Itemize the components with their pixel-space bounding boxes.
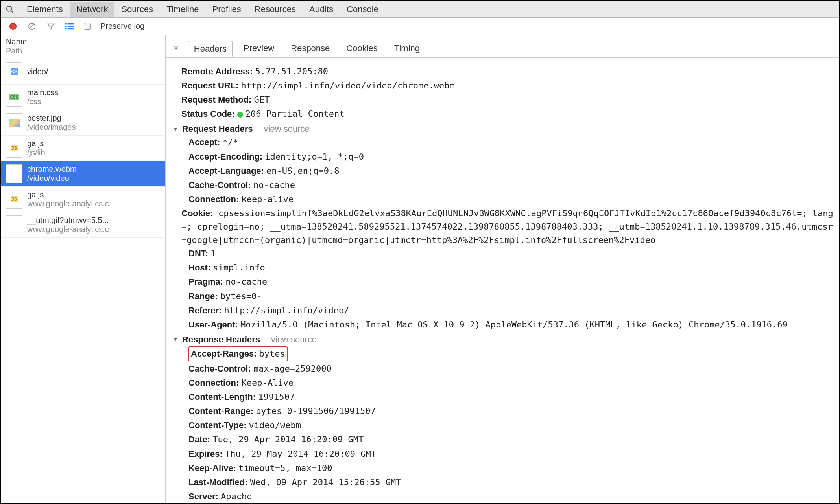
req-connection: Connection: keep-alive	[188, 193, 835, 206]
request-path: /js/lib	[27, 148, 45, 157]
tab-network[interactable]: Network	[70, 2, 115, 17]
req-host: Host: simpl.info	[188, 261, 835, 274]
req-accept: Accept: */*	[188, 136, 835, 149]
tab-resources[interactable]: Resources	[248, 2, 303, 17]
svg-point-0	[7, 6, 12, 11]
req-user-agent: User-Agent: Mozilla/5.0 (Macintosh; Inte…	[188, 318, 835, 331]
tab-timeline[interactable]: Timeline	[160, 2, 205, 17]
request-row[interactable]: CSSmain.css/css	[1, 85, 165, 110]
detail-tab-headers[interactable]: Headers	[188, 41, 233, 57]
file-type-icon: <>	[6, 62, 22, 81]
request-name: main.css	[27, 88, 58, 97]
request-row[interactable]: <>video/	[1, 59, 165, 85]
general-request-url: Request URL: http://simpl.info/video/vid…	[181, 79, 835, 92]
resp-content-range: Content-Range: bytes 0-1991506/1991507	[188, 405, 835, 418]
detail-tab-cookies[interactable]: Cookies	[341, 41, 383, 56]
svg-rect-8	[65, 28, 67, 29]
resp-accept-ranges: Accept-Ranges: bytes	[188, 346, 835, 361]
tab-sources[interactable]: Sources	[114, 2, 160, 17]
clear-button[interactable]	[27, 22, 37, 31]
tab-audits[interactable]: Audits	[303, 2, 340, 17]
svg-rect-4	[65, 23, 67, 24]
disclosure-triangle-icon: ▼	[173, 335, 178, 344]
tab-profiles[interactable]: Profiles	[205, 2, 247, 17]
file-type-icon	[6, 113, 22, 132]
detail-tab-preview[interactable]: Preview	[238, 41, 280, 56]
view-source-link[interactable]: view source	[271, 333, 317, 346]
request-name: __utm.gif?utmwv=5.5...	[27, 216, 109, 225]
disclosure-triangle-icon: ▼	[173, 125, 178, 134]
resp-keep-alive: Keep-Alive: timeout=5, max=100	[188, 462, 835, 475]
resp-expires: Expires: Thu, 29 May 2014 16:20:09 GMT	[188, 447, 835, 461]
req-referer: Referer: http://simpl.info/video/	[188, 304, 835, 317]
request-name: ga.js	[27, 190, 109, 199]
detail-tab-timing[interactable]: Timing	[389, 41, 425, 56]
detail-tab-response[interactable]: Response	[285, 41, 335, 56]
view-toggle-button[interactable]	[65, 22, 74, 31]
main-split: Name Path <>video/CSSmain.css/cssposter.…	[1, 35, 839, 503]
resp-content-type: Content-Type: video/webm	[188, 419, 835, 432]
network-toolbar: Preserve log	[1, 18, 839, 35]
req-cookie: Cookie: cpsession=simplinf%3aeDkLdG2elvx…	[181, 207, 835, 247]
request-row[interactable]: __utm.gif?utmwv=5.5...www.google-analyti…	[1, 212, 165, 238]
file-type-icon	[6, 164, 22, 183]
file-type-icon: CSS	[6, 88, 22, 107]
status-dot-icon	[237, 112, 243, 118]
request-row[interactable]: JSga.jswww.google-analytics.c	[1, 187, 165, 212]
request-path: www.google-analytics.c	[27, 199, 109, 208]
preserve-log-label: Preserve log	[100, 22, 144, 31]
response-headers-section[interactable]: ▼ Response Headers view source	[173, 333, 835, 346]
preserve-log-checkbox[interactable]	[84, 23, 91, 30]
request-path: /video/images	[27, 123, 76, 132]
request-name: poster.jpg	[27, 114, 76, 123]
request-name: ga.js	[27, 139, 45, 148]
close-details-button[interactable]: ×	[170, 43, 183, 53]
request-name: video/	[27, 67, 48, 76]
file-type-icon	[6, 215, 22, 234]
request-row[interactable]: JSga.js/js/lib	[1, 136, 165, 161]
request-headers-section[interactable]: ▼ Request Headers view source	[173, 122, 835, 136]
svg-rect-9	[68, 28, 74, 29]
request-path: www.google-analytics.c	[27, 225, 109, 234]
file-type-icon: JS	[6, 190, 22, 209]
requests-list[interactable]: <>video/CSSmain.css/cssposter.jpg/video/…	[1, 59, 165, 503]
general-request-method: Request Method: GET	[181, 93, 835, 107]
request-row[interactable]: poster.jpg/video/images	[1, 110, 165, 136]
resp-last-modified: Last-Modified: Wed, 09 Apr 2014 15:26:55…	[188, 476, 835, 489]
req-dnt: DNT: 1	[188, 247, 835, 260]
svg-line-3	[30, 24, 34, 28]
general-remote-address: Remote Address: 5.77.51.205:80	[181, 65, 835, 78]
svg-rect-7	[68, 26, 74, 27]
requests-sidebar: Name Path <>video/CSSmain.css/cssposter.…	[1, 35, 166, 503]
svg-rect-6	[65, 26, 67, 27]
headers-body: Remote Address: 5.77.51.205:80 Request U…	[166, 58, 839, 503]
resp-cache-control: Cache-Control: max-age=2592000	[188, 362, 835, 375]
resp-server: Server: Apache	[188, 490, 835, 503]
request-name: chrome.webm	[27, 165, 77, 174]
col-path: Path	[6, 46, 161, 55]
col-name: Name	[6, 37, 161, 46]
resp-connection: Connection: Keep-Alive	[188, 376, 835, 390]
devtools-tabbar: Elements Network Sources Timeline Profil…	[1, 1, 839, 18]
view-source-link[interactable]: view source	[264, 122, 310, 136]
resp-content-length: Content-Length: 1991507	[188, 390, 835, 404]
record-button[interactable]	[8, 22, 18, 31]
tab-console[interactable]: Console	[340, 2, 385, 17]
svg-line-1	[11, 10, 13, 13]
request-details: × Headers Preview Response Cookies Timin…	[166, 35, 839, 503]
req-accept-encoding: Accept-Encoding: identity;q=1, *;q=0	[188, 150, 835, 164]
tab-elements[interactable]: Elements	[20, 2, 70, 17]
req-cache-control: Cache-Control: no-cache	[188, 178, 835, 192]
search-icon[interactable]	[4, 4, 15, 15]
req-pragma: Pragma: no-cache	[188, 275, 835, 289]
request-path: /css	[27, 97, 58, 106]
resp-date: Date: Tue, 29 Apr 2014 16:20:09 GMT	[188, 433, 835, 446]
svg-rect-5	[68, 23, 74, 24]
file-type-icon: JS	[6, 139, 22, 158]
general-status-code: Status Code: 206 Partial Content	[181, 107, 835, 121]
req-range: Range: bytes=0-	[188, 290, 835, 303]
request-row[interactable]: chrome.webm/video/video	[1, 161, 165, 187]
filter-button[interactable]	[46, 22, 55, 31]
req-accept-language: Accept-Language: en-US,en;q=0.8	[188, 164, 835, 178]
sidebar-header: Name Path	[1, 35, 165, 59]
